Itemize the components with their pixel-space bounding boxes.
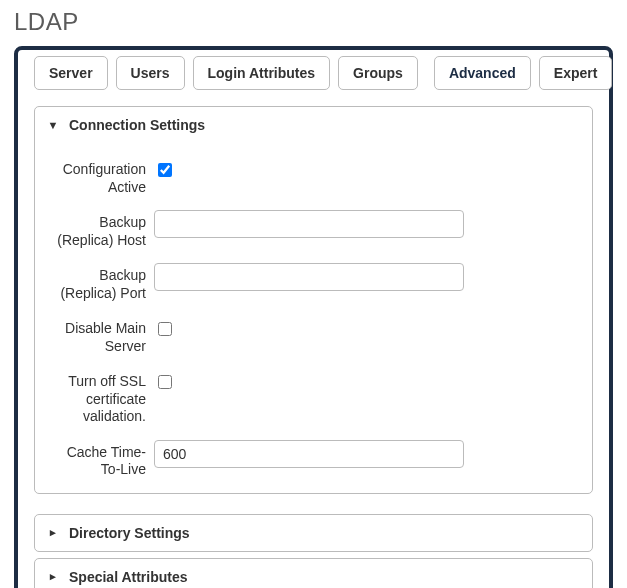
row-turn-off-ssl: Turn off SSL certificate validation. [49, 369, 578, 426]
section-special-header[interactable]: ▸ Special Attributes [35, 559, 592, 589]
label-turn-off-ssl: Turn off SSL certificate validation. [49, 369, 154, 426]
tab-advanced[interactable]: Advanced [434, 56, 531, 90]
section-special-title: Special Attributes [69, 569, 188, 585]
label-cache-ttl: Cache Time-To-Live [49, 440, 154, 479]
section-special-attributes: ▸ Special Attributes [34, 558, 593, 589]
section-directory-title: Directory Settings [69, 525, 190, 541]
section-connection-body: Configuration Active Backup (Replica) Ho… [35, 143, 592, 493]
row-cache-ttl: Cache Time-To-Live [49, 440, 578, 479]
label-backup-port: Backup (Replica) Port [49, 263, 154, 302]
row-disable-main: Disable Main Server [49, 316, 578, 355]
chevron-right-icon: ▸ [47, 570, 59, 583]
checkbox-turn-off-ssl[interactable] [158, 375, 172, 389]
row-backup-host: Backup (Replica) Host [49, 210, 578, 249]
row-backup-port: Backup (Replica) Port [49, 263, 578, 302]
input-backup-host[interactable] [154, 210, 464, 238]
label-disable-main: Disable Main Server [49, 316, 154, 355]
tab-groups[interactable]: Groups [338, 56, 418, 90]
chevron-right-icon: ▸ [47, 526, 59, 539]
section-directory-settings: ▸ Directory Settings [34, 514, 593, 552]
section-directory-header[interactable]: ▸ Directory Settings [35, 515, 592, 551]
tab-expert[interactable]: Expert [539, 56, 613, 90]
checkbox-disable-main[interactable] [158, 322, 172, 336]
section-connection-title: Connection Settings [69, 117, 205, 133]
page-title: LDAP [14, 8, 613, 36]
row-config-active: Configuration Active [49, 157, 578, 196]
input-cache-ttl[interactable] [154, 440, 464, 468]
label-config-active: Configuration Active [49, 157, 154, 196]
tab-login-attributes[interactable]: Login Attributes [193, 56, 331, 90]
tab-users[interactable]: Users [116, 56, 185, 90]
input-backup-port[interactable] [154, 263, 464, 291]
tab-server[interactable]: Server [34, 56, 108, 90]
tab-bar: Server Users Login Attributes Groups Adv… [34, 56, 593, 90]
chevron-down-icon: ▼ [47, 119, 59, 131]
ldap-panel: Server Users Login Attributes Groups Adv… [14, 46, 613, 588]
section-connection-header[interactable]: ▼ Connection Settings [35, 107, 592, 143]
label-backup-host: Backup (Replica) Host [49, 210, 154, 249]
checkbox-config-active[interactable] [158, 163, 172, 177]
section-connection-settings: ▼ Connection Settings Configuration Acti… [34, 106, 593, 494]
